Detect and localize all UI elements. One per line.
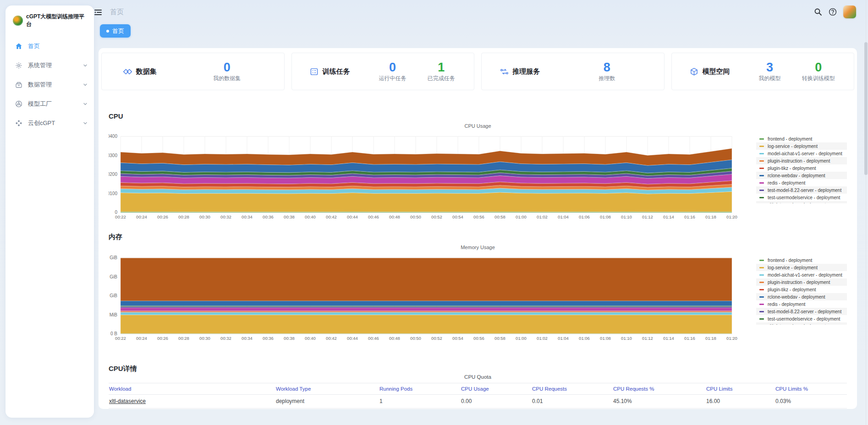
svg-text:1.86 GiB: 1.86 GiB bbox=[109, 293, 117, 298]
collapse-sidebar-icon[interactable] bbox=[93, 7, 103, 17]
stat-card-0[interactable]: 数据集0我的数据集 bbox=[101, 53, 285, 90]
stat: 0我的数据集 bbox=[213, 60, 241, 82]
stat: 8推理数 bbox=[599, 60, 615, 82]
stat-label: 推理数 bbox=[599, 75, 615, 82]
cpu-detail-heading: CPU详情 bbox=[109, 365, 137, 373]
svg-text:00:52: 00:52 bbox=[431, 336, 442, 341]
legend-item[interactable]: log-service - deployment bbox=[756, 142, 847, 150]
user-avatar[interactable] bbox=[843, 5, 856, 18]
legend-item[interactable]: model-aichat-v1-server - deployment bbox=[756, 150, 847, 157]
svg-text:01:20: 01:20 bbox=[726, 214, 737, 219]
legend-color-marker bbox=[759, 267, 764, 268]
chart-plot: 00.01000.02000.03000.040000:2200:2400:26… bbox=[109, 131, 746, 222]
svg-text:00:36: 00:36 bbox=[263, 214, 274, 219]
svg-text:01:14: 01:14 bbox=[663, 336, 674, 341]
search-icon[interactable] bbox=[814, 8, 822, 16]
svg-text:00:28: 00:28 bbox=[178, 336, 189, 341]
legend-item[interactable]: test-model-8.22-server - deployment bbox=[756, 308, 847, 315]
legend-color-marker bbox=[759, 197, 764, 198]
tab-active-dot bbox=[106, 30, 109, 33]
legend-item[interactable]: test-usermodelservice - deployment bbox=[756, 194, 847, 201]
svg-text:01:02: 01:02 bbox=[537, 336, 548, 341]
legend-color-marker bbox=[759, 190, 764, 191]
svg-text:01:04: 01:04 bbox=[558, 214, 569, 219]
inference-icon bbox=[500, 67, 509, 76]
sidebar-item-0[interactable]: 首页 bbox=[5, 37, 94, 56]
stat-card-2[interactable]: 推理服务8推理数 bbox=[481, 53, 665, 90]
stat-card-3[interactable]: 模型空间3我的模型0转换训练模型 bbox=[671, 53, 855, 90]
table-cell: 0.01 bbox=[532, 395, 613, 409]
svg-text:00:34: 00:34 bbox=[242, 214, 253, 219]
breadcrumb[interactable]: 首页 bbox=[110, 8, 124, 16]
workload-link[interactable]: xltl-dataservice bbox=[109, 398, 146, 404]
legend-item[interactable]: xltl-dataservice - deployment bbox=[756, 201, 847, 203]
stat-card-1[interactable]: 训练任务0运行中任务1已完成任务 bbox=[291, 53, 475, 90]
legend-label: log-service - deployment bbox=[768, 265, 818, 270]
chart-title: Memory Usage bbox=[109, 245, 847, 250]
sidebar-item-label: 云创cGPT bbox=[28, 119, 83, 127]
sidebar-item-3[interactable]: 模型工厂 bbox=[5, 94, 94, 114]
model-space-icon bbox=[690, 67, 698, 76]
svg-text:00:26: 00:26 bbox=[157, 336, 168, 341]
sidebar-item-1[interactable]: 系统管理 bbox=[5, 56, 94, 75]
legend-label: plugin-instruction - deployment bbox=[768, 158, 830, 163]
table-header-cell: Workload Type bbox=[275, 383, 379, 395]
sidebar-item-2[interactable]: 数据管理 bbox=[5, 75, 94, 94]
legend-color-marker bbox=[759, 153, 764, 154]
chart-title: CPU Usage bbox=[109, 123, 847, 129]
scrollbar-thumb[interactable] bbox=[864, 42, 868, 175]
stat-value: 1 bbox=[428, 60, 455, 74]
stat-label: 转换训练模型 bbox=[802, 75, 835, 82]
legend-color-marker bbox=[759, 289, 764, 290]
legend-item[interactable]: frontend - deployment bbox=[756, 135, 847, 142]
stat-card-title: 模型空间 bbox=[702, 67, 730, 76]
stat-card-title: 训练任务 bbox=[322, 67, 350, 76]
table-header-cell: CPU Limits bbox=[706, 383, 775, 395]
legend-color-marker bbox=[759, 168, 764, 169]
svg-text:00:46: 00:46 bbox=[368, 336, 379, 341]
legend-label: test-usermodelservice - deployment bbox=[768, 195, 840, 200]
svg-text:00:26: 00:26 bbox=[157, 214, 168, 219]
svg-text:00:28: 00:28 bbox=[178, 214, 189, 219]
table-cell: deployment bbox=[275, 395, 379, 409]
sidebar-item-label: 首页 bbox=[28, 42, 88, 50]
stat-value: 0 bbox=[802, 60, 835, 74]
legend-item[interactable]: frontend - deployment bbox=[756, 256, 847, 264]
legend-item[interactable]: test-model-8.22-server - deployment bbox=[756, 186, 847, 194]
legend-item[interactable]: rclone-webdav - deployment bbox=[756, 172, 847, 179]
legend-item[interactable]: log-service - deployment bbox=[756, 264, 847, 271]
legend-item[interactable]: test-usermodelservice - deployment bbox=[756, 315, 847, 322]
legend-item[interactable]: plugin-instruction - deployment bbox=[756, 157, 847, 164]
svg-text:0.0100: 0.0100 bbox=[109, 191, 117, 196]
legend-item[interactable]: plugin-tikz - deployment bbox=[756, 286, 847, 293]
sidebar-nav: 首页系统管理数据管理模型工厂云创cGPT bbox=[5, 37, 94, 133]
cpu-section-heading: CPU bbox=[109, 112, 123, 120]
tab-home[interactable]: 首页 bbox=[100, 24, 131, 38]
legend-item[interactable]: redis - deployment bbox=[756, 300, 847, 308]
svg-text:01:20: 01:20 bbox=[726, 336, 737, 341]
svg-text:00:36: 00:36 bbox=[263, 336, 274, 341]
database-icon bbox=[15, 81, 22, 88]
legend-item[interactable]: model-aichat-v1-server - deployment bbox=[756, 271, 847, 278]
legend-item[interactable]: xltl-dataservice - deployment bbox=[756, 322, 847, 325]
help-icon[interactable] bbox=[829, 8, 837, 16]
svg-text:01:04: 01:04 bbox=[558, 336, 569, 341]
legend-item[interactable]: redis - deployment bbox=[756, 179, 847, 186]
svg-text:00:34: 00:34 bbox=[242, 336, 253, 341]
svg-text:00:38: 00:38 bbox=[284, 336, 295, 341]
sidebar-item-4[interactable]: 云创cGPT bbox=[5, 114, 94, 133]
svg-text:01:16: 01:16 bbox=[684, 214, 695, 219]
stat-card-title: 数据集 bbox=[136, 67, 156, 76]
app-logo-icon bbox=[13, 16, 23, 26]
legend-color-marker bbox=[759, 160, 764, 162]
svg-text:00:44: 00:44 bbox=[347, 214, 358, 219]
legend-label: test-model-8.22-server - deployment bbox=[768, 309, 841, 314]
chevron-down-icon bbox=[83, 63, 88, 68]
stat-label: 已完成任务 bbox=[428, 75, 455, 82]
legend-color-marker bbox=[759, 304, 764, 305]
legend-item[interactable]: plugin-instruction - deployment bbox=[756, 278, 847, 286]
stat-card-title: 推理服务 bbox=[512, 67, 540, 76]
legend-item[interactable]: rclone-webdav - deployment bbox=[756, 293, 847, 300]
legend-item[interactable]: plugin-tikz - deployment bbox=[756, 164, 847, 172]
svg-text:00:56: 00:56 bbox=[473, 214, 484, 219]
